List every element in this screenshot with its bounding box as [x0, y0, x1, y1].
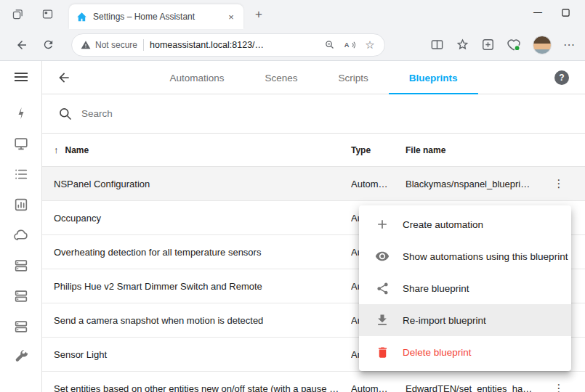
favorites-hub-icon[interactable] [456, 38, 469, 52]
not-secure-label: Not secure [95, 40, 137, 50]
favorite-star-icon[interactable]: ☆ [363, 38, 377, 52]
logbook-icon[interactable] [12, 166, 30, 183]
row-name: NSPanel Configuration [54, 179, 351, 189]
tab-actions-icon[interactable] [41, 8, 54, 20]
row-name: Send a camera snapshot when motion is de… [54, 315, 351, 326]
back-icon[interactable] [12, 35, 32, 55]
collections-icon[interactable] [481, 38, 495, 52]
new-tab-button[interactable]: + [252, 8, 265, 21]
row-name: Philips Hue v2 Smart Dimmer Switch and R… [54, 281, 351, 292]
row-context-menu: Create automation Show automations using… [359, 205, 571, 371]
row-type: Autom… [351, 179, 406, 189]
download-icon [375, 313, 390, 327]
energy-icon[interactable] [12, 105, 30, 122]
plus-icon [375, 217, 390, 232]
table-row[interactable]: Set entities based on other entities new… [42, 372, 585, 392]
ha-topbar: Automations Scenes Scripts Blueprints ? [42, 61, 585, 94]
history-icon[interactable] [12, 196, 30, 213]
row-name: Sensor Light [54, 349, 351, 360]
developer-tools-icon[interactable] [12, 348, 30, 366]
menu-item-label: Show automations using this blueprint [403, 251, 568, 262]
home-assistant-favicon [76, 12, 87, 23]
ha-tab-bar: Automations Scenes Scripts Blueprints [149, 61, 477, 94]
row-overflow-icon[interactable]: ⋮ [550, 177, 568, 190]
trash-icon [375, 345, 390, 359]
split-screen-icon[interactable] [430, 38, 444, 52]
tab-title: Settings – Home Assistant [93, 12, 219, 22]
menu-item-show-automations[interactable]: Show automations using this blueprint [359, 240, 571, 272]
table-header: ↑ Name Type File name [42, 134, 585, 167]
not-secure-chip[interactable]: Not secure [81, 40, 137, 50]
row-type: Autom… [351, 383, 406, 392]
refresh-icon[interactable] [38, 35, 58, 55]
row-name: Overheating detection for all temperatur… [54, 247, 351, 258]
search-icon [58, 107, 73, 121]
url-text[interactable]: homeassistant.local:8123/… [150, 40, 316, 50]
menu-item-share-blueprint[interactable]: Share blueprint [359, 272, 571, 304]
entities-icon[interactable] [12, 318, 30, 335]
warning-icon [81, 40, 91, 50]
menu-item-reimport-blueprint[interactable]: Re-import blueprint [359, 304, 571, 336]
browser-tab[interactable]: Settings – Home Assistant × [69, 4, 243, 29]
menu-icon[interactable] [12, 68, 30, 86]
tab-close-icon[interactable]: × [225, 10, 238, 23]
read-aloud-icon[interactable]: A [342, 38, 357, 52]
share-icon [375, 281, 390, 295]
divider [143, 39, 144, 51]
eye-icon [375, 249, 390, 264]
svg-text:A: A [344, 41, 349, 49]
browser-toolbar: Not secure homeassistant.local:8123/… A … [0, 29, 585, 61]
menu-item-delete-blueprint[interactable]: Delete blueprint [359, 336, 571, 368]
window-minimize-button[interactable]: — [524, 0, 552, 25]
window-close-button[interactable]: × [579, 0, 585, 25]
column-header-file[interactable]: File name [406, 145, 544, 155]
tab-blueprints[interactable]: Blueprints [389, 61, 478, 94]
media-icon[interactable] [12, 135, 30, 152]
devices-icon[interactable] [12, 287, 30, 305]
ha-back-icon[interactable] [57, 70, 71, 85]
window-maximize-button[interactable] [552, 0, 579, 25]
menu-item-label: Create automation [403, 219, 483, 230]
row-name: Set entities based on other entities new… [54, 383, 351, 392]
row-file: EdwardTEN/set_entities_has… [406, 383, 544, 392]
sort-ascending-icon: ↑ [54, 144, 59, 155]
tab-scenes[interactable]: Scenes [244, 61, 318, 94]
menu-item-create-automation[interactable]: Create automation [359, 208, 571, 240]
profile-avatar[interactable] [533, 36, 552, 54]
column-header-type[interactable]: Type [351, 145, 406, 155]
integrations-icon[interactable] [12, 257, 30, 274]
search-input[interactable] [81, 108, 569, 119]
row-name: Occupancy [54, 213, 351, 224]
zoom-out-icon[interactable] [322, 38, 336, 52]
row-overflow-icon[interactable]: ⋮ [550, 382, 568, 392]
menu-item-label: Re-import blueprint [403, 315, 486, 326]
search-bar [42, 94, 585, 134]
row-file: Blackymas/nspanel_blueprin… [406, 179, 544, 189]
browser-window: Settings – Home Assistant × + — × Not se… [0, 0, 585, 392]
browser-menu-icon[interactable]: ⋯ [563, 38, 576, 52]
address-bar[interactable]: Not secure homeassistant.local:8123/… A … [71, 33, 385, 57]
browser-titlebar: Settings – Home Assistant × + — × [0, 0, 585, 29]
menu-item-label: Delete blueprint [403, 347, 472, 358]
workspaces-icon[interactable] [12, 8, 24, 20]
column-header-name[interactable]: ↑ Name [54, 144, 351, 155]
tab-automations[interactable]: Automations [149, 61, 244, 94]
help-icon[interactable]: ? [554, 70, 569, 85]
menu-item-label: Share blueprint [403, 283, 469, 294]
cloud-icon[interactable] [12, 226, 30, 244]
ha-sidebar [0, 61, 42, 392]
name-header-label: Name [65, 145, 89, 155]
table-row[interactable]: NSPanel Configuration Autom… Blackymas/n… [42, 167, 585, 201]
tab-scripts[interactable]: Scripts [318, 61, 389, 94]
browser-essentials-icon[interactable] [507, 38, 521, 52]
